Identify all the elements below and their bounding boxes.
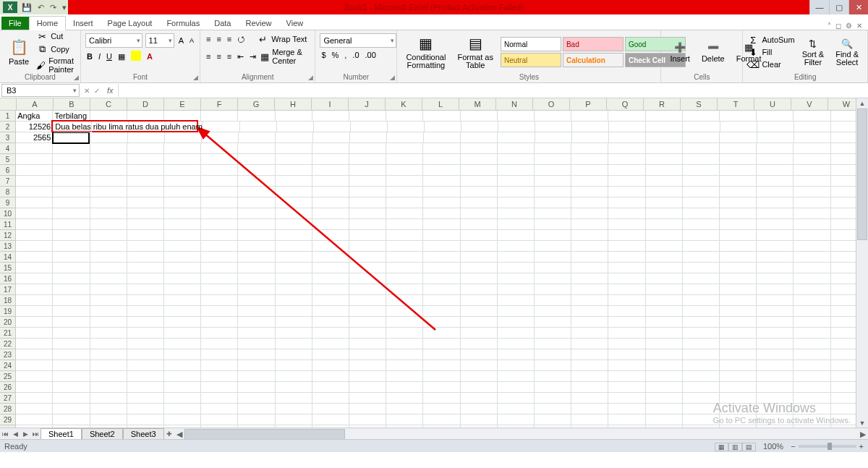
cell[interactable] [720,404,757,414]
cell[interactable] [386,404,423,414]
cell[interactable] [349,339,386,349]
cell[interactable] [386,360,423,371]
cell[interactable] [201,349,238,360]
cell[interactable] [683,404,720,414]
cell[interactable] [423,197,460,208]
increase-font-icon[interactable]: A [177,36,185,45]
cell[interactable] [757,230,793,241]
cut-button[interactable]: ✂Cut [36,30,76,42]
cell[interactable] [571,404,608,414]
cell[interactable] [349,143,386,154]
column-header[interactable]: G [238,98,275,110]
cell[interactable] [423,284,460,295]
row-header[interactable]: 19 [0,306,16,317]
cell[interactable] [164,176,201,187]
cell[interactable] [90,197,127,208]
cell[interactable] [683,306,720,317]
cell[interactable] [238,273,275,284]
cell[interactable] [498,339,535,349]
cell[interactable] [16,241,53,252]
tab-file[interactable]: File [1,17,29,30]
column-header[interactable]: I [312,98,349,110]
wrap-text-button[interactable]: Wrap Text [271,35,307,43]
cell[interactable] [793,241,830,252]
cell[interactable] [127,339,164,349]
cell[interactable] [53,382,90,393]
cell[interactable] [720,339,757,349]
cell[interactable] [461,404,498,414]
cell[interactable] [53,252,90,263]
cell[interactable] [683,339,720,349]
cell[interactable] [461,230,498,241]
cell[interactable] [498,154,535,165]
cell[interactable] [646,339,683,349]
cell[interactable] [757,165,793,176]
cell[interactable] [646,414,683,425]
cell[interactable] [127,404,164,414]
cell[interactable] [90,339,127,349]
column-header[interactable]: Q [607,98,644,110]
row-header[interactable]: 15 [0,263,16,273]
cell[interactable] [793,328,830,339]
tab-page-layout[interactable]: Page Layout [101,17,160,30]
cell[interactable] [164,339,201,349]
fill-color-button[interactable] [129,51,142,62]
cell[interactable] [164,360,201,371]
cell[interactable] [238,339,275,349]
column-header[interactable]: O [533,98,570,110]
cell[interactable] [757,284,793,295]
cell[interactable] [90,111,127,122]
cell[interactable] [793,208,830,219]
cell[interactable] [793,187,830,197]
cell[interactable] [16,328,53,339]
cell[interactable] [535,176,571,187]
cell[interactable] [164,317,201,328]
cell[interactable] [349,241,386,252]
cell[interactable] [498,132,535,143]
cell[interactable] [53,284,90,295]
cell[interactable] [349,349,386,360]
cell[interactable] [312,165,349,176]
cell[interactable] [720,263,757,273]
cell[interactable] [423,241,460,252]
cell[interactable] [793,197,830,208]
cell[interactable] [793,382,830,393]
cell[interactable] [349,404,386,414]
cell[interactable] [276,317,312,328]
cell[interactable] [16,230,53,241]
cell[interactable] [201,328,238,339]
cell[interactable] [238,230,275,241]
cell[interactable] [16,143,53,154]
column-header[interactable]: E [164,98,201,110]
cell[interactable] [757,154,793,165]
cell[interactable] [201,273,238,284]
cell[interactable] [16,187,53,197]
cell[interactable] [423,349,460,360]
cell[interactable] [535,143,571,154]
cell[interactable] [164,154,201,165]
cell[interactable] [571,328,608,339]
cell[interactable] [238,263,275,273]
delete-cells-button[interactable]: ➖Delete [697,41,729,64]
cell[interactable] [276,306,312,317]
cell[interactable] [608,154,645,165]
decrease-font-icon[interactable]: A [188,37,195,44]
cell[interactable] [683,371,720,382]
cell[interactable] [386,371,423,382]
cell[interactable] [349,111,386,122]
cell[interactable] [16,176,53,187]
cell[interactable] [461,414,498,425]
cell[interactable] [757,349,793,360]
cell[interactable] [127,349,164,360]
cell[interactable] [608,295,645,306]
cell[interactable] [276,252,312,263]
cell[interactable] [16,404,53,414]
cell[interactable] [164,143,201,154]
cell[interactable] [571,349,608,360]
cell[interactable] [53,241,90,252]
cell[interactable] [683,414,720,425]
cell[interactable] [571,208,608,219]
cell[interactable] [386,219,423,230]
cell[interactable] [720,393,757,404]
cell[interactable] [276,197,312,208]
